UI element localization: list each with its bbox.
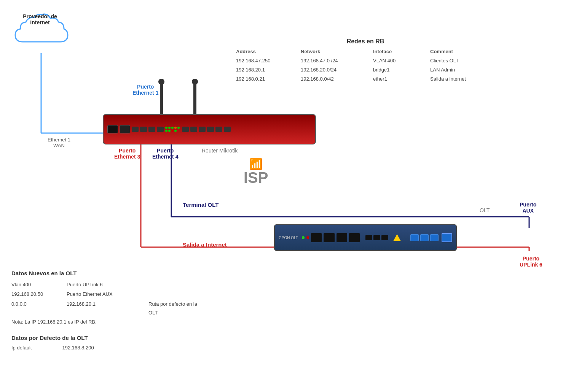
- redes-rb-grid: Address Network Inteface Comment 192.168…: [236, 49, 495, 83]
- olt-gpon-label: GPON OLT: [279, 236, 298, 240]
- router-eth-port-9: [215, 127, 222, 132]
- col-header-inteface: Inteface: [373, 49, 426, 54]
- dn-row2-col1: 192.168.20.50: [11, 290, 61, 298]
- datos-nuevos-section: Datos Nuevos en la OLT Vlan 400 Puerto U…: [11, 270, 207, 325]
- cell-address-2: 192.168.20.1: [236, 66, 297, 74]
- router-eth-port-10: [224, 127, 231, 132]
- port-eth1-label: Puerto Ethernet 1: [132, 84, 158, 96]
- redes-rb-title: Redes en RB: [236, 38, 495, 45]
- olt-led-2: [306, 236, 309, 239]
- router-ports: [104, 115, 315, 144]
- cell-inteface-3: ether1: [373, 75, 426, 83]
- olt-ports-row: GPON OLT: [275, 225, 456, 250]
- olt-sfp-3: [337, 233, 347, 242]
- antenna-right: [193, 82, 196, 116]
- isp-wifi-icon: 📶: [249, 158, 263, 170]
- cell-network-1: 192.168.47.0 /24: [301, 57, 369, 65]
- olt-aux-port-2: [420, 234, 429, 241]
- olt-sfp-4: [349, 233, 360, 242]
- olt-small-2: [373, 235, 380, 240]
- datos-defecto-section: Datos por Defecto de la OLT Ip default 1…: [11, 335, 94, 351]
- dn-row1-col1: Vlan 400: [11, 280, 61, 289]
- olt-aux-port-1: [410, 234, 419, 241]
- col-header-network: Network: [301, 49, 369, 54]
- olt-small-ports: [365, 235, 388, 240]
- dn-row1-col2: Puerto UPLink 6: [67, 280, 143, 289]
- col-header-comment: Comment: [430, 49, 495, 54]
- eth1-wan-label: Ethernet 1 WAN: [48, 137, 70, 148]
- col-header-address: Address: [236, 49, 297, 54]
- redes-rb-table: Redes en RB Address Network Inteface Com…: [236, 38, 495, 83]
- router-eth-port-5: [182, 127, 189, 132]
- router-usb-port: [107, 125, 118, 133]
- olt-small-1: [365, 235, 372, 240]
- datos-defecto-value: 192.168.8.200: [62, 345, 94, 351]
- cell-inteface-2: bridge1: [373, 66, 426, 74]
- cell-network-3: 192.168.0.0/42: [301, 75, 369, 83]
- router-eth-port-1: [132, 127, 139, 132]
- cell-comment-3: Salida a internet: [430, 75, 495, 83]
- port-eth4-label: Puerto Ethernet 4: [152, 148, 178, 160]
- olt-sfp-2: [324, 233, 334, 242]
- router-eth-port-4: [157, 127, 164, 132]
- cell-address-3: 192.168.0.21: [236, 75, 297, 83]
- router-led-group: [165, 127, 180, 132]
- router-antennas: [160, 82, 196, 116]
- port-uplink6-label: Puerto UPLink 6: [520, 256, 542, 268]
- cell-comment-2: LAN Admin: [430, 66, 495, 74]
- router-eth-port-7: [199, 127, 206, 132]
- olt-aux-ports-group: [410, 233, 452, 242]
- cell-inteface-1: VLAN 400: [373, 57, 426, 65]
- antenna-left: [160, 82, 163, 116]
- router-mikrotik: [103, 114, 316, 144]
- datos-nuevos-nota: Nota: La IP 192.168.20.1 es IP del RB.: [11, 319, 207, 325]
- olt-warning-triangle: [393, 234, 401, 241]
- router-eth-port-3: [148, 127, 155, 132]
- terminal-olt-label: Terminal OLT: [183, 202, 219, 208]
- datos-defecto-label: Ip default: [11, 345, 32, 351]
- salida-internet-label: Salida a Internet: [183, 241, 227, 248]
- isp-label: ISP: [244, 169, 268, 186]
- router-label: Router Mikrotik: [202, 148, 238, 154]
- port-aux-label: Puerto AUX: [520, 202, 536, 214]
- dn-row1-col3: [148, 280, 202, 289]
- olt-led-1: [302, 236, 305, 239]
- dn-row2-col2: Puerto Ethernet AUX: [67, 290, 143, 298]
- olt-sfp-1: [311, 233, 322, 242]
- cell-address-1: 192.168.47.250: [236, 57, 297, 65]
- datos-defecto-row: Ip default 192.168.8.200: [11, 345, 94, 351]
- olt-device: GPON OLT: [274, 224, 457, 251]
- port-eth3-label: Puerto Ethernet 3: [114, 148, 140, 160]
- router-eth-port-8: [207, 127, 214, 132]
- datos-nuevos-grid: Vlan 400 Puerto UPLink 6 192.168.20.50 P…: [11, 280, 207, 317]
- cloud-label: Proveedor de Internet: [17, 13, 63, 25]
- datos-nuevos-title: Datos Nuevos en la OLT: [11, 270, 207, 276]
- olt-uplink-port: [442, 233, 452, 242]
- dn-row2-col3: [148, 290, 202, 298]
- olt-small-3: [381, 235, 388, 240]
- datos-defecto-title: Datos por Defecto de la OLT: [11, 335, 94, 341]
- router-eth-port-2: [140, 127, 147, 132]
- dn-row3-col3: Ruta por defecto en la OLT: [148, 300, 202, 317]
- cell-network-2: 192.168.20.0/24: [301, 66, 369, 74]
- router-sfp-port: [120, 125, 130, 133]
- cell-comment-1: Clientes OLT: [430, 57, 495, 65]
- router-eth-port-6: [190, 127, 197, 132]
- dn-row3-col1: 0.0.0.0: [11, 300, 61, 317]
- olt-device-label: OLT: [480, 207, 490, 213]
- dn-row3-col2: 192.168.20.1: [67, 300, 143, 317]
- olt-aux-port-3: [430, 234, 439, 241]
- diagram-container: Proveedor de Internet Ethernet 1 WAN Pue…: [0, 0, 571, 392]
